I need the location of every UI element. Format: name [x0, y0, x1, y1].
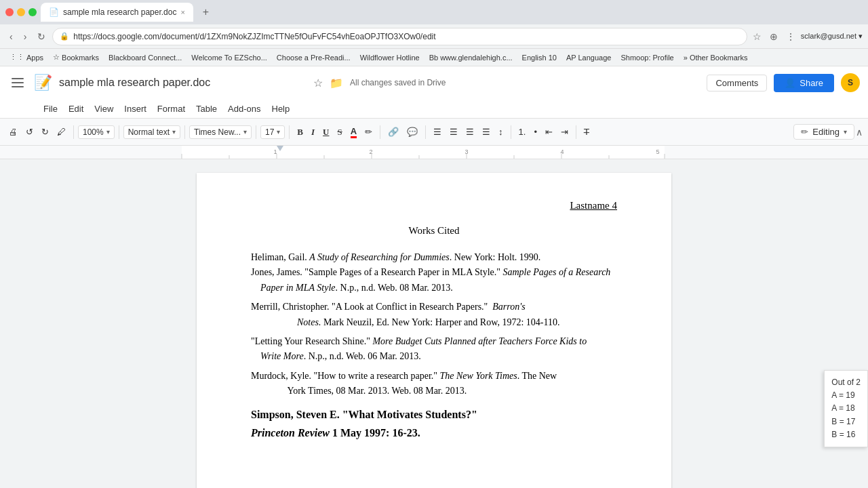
apps-icon: ⋮⋮: [9, 53, 24, 62]
style-dropdown[interactable]: Normal text ▾: [123, 125, 180, 139]
bookmark-bookmarks[interactable]: ☆ Bookmarks: [49, 52, 103, 63]
menu-table[interactable]: Table: [191, 101, 222, 117]
paint-format-button[interactable]: 🖊: [54, 125, 69, 139]
redo-button[interactable]: ↻: [38, 125, 52, 139]
increase-indent-button[interactable]: ⇥: [557, 125, 572, 139]
bookmark-blackboard[interactable]: Blackboard Connect...: [104, 52, 186, 63]
toolbar-separator: [256, 125, 256, 139]
link-button[interactable]: 🔗: [384, 125, 402, 139]
menu-edit[interactable]: Edit: [63, 101, 89, 117]
url-text: https://docs.google.com/document/d/1ZXm9…: [73, 32, 435, 41]
numbered-list-button[interactable]: 1.: [515, 125, 530, 139]
doc-title[interactable]: sample mla research paper.doc: [59, 77, 307, 89]
justify-button[interactable]: ☰: [479, 125, 494, 139]
bookmark-glendale[interactable]: Bb www.glendalehigh.c...: [425, 52, 517, 63]
align-left-button[interactable]: ☰: [430, 125, 445, 139]
toolbar-collapse-button[interactable]: ∧: [856, 127, 863, 138]
chevron-down-icon: ▾: [172, 128, 176, 136]
works-cited-title: Works Cited: [251, 225, 617, 237]
toolbar-separator: [184, 125, 185, 139]
underline-button[interactable]: U: [319, 125, 332, 140]
clear-format-icon: T̶: [584, 127, 589, 137]
undo-button[interactable]: ↺: [22, 125, 37, 139]
bookmark-wildflower[interactable]: Wildflower Hotline: [356, 52, 424, 63]
svg-text:3: 3: [465, 148, 468, 155]
menu-help[interactable]: Help: [267, 101, 296, 117]
score-b17: B = 17: [831, 415, 861, 428]
toolbar-separator: [511, 125, 511, 139]
account-label[interactable]: sclark@gusd.net ▾: [801, 32, 863, 41]
decrease-indent-icon: ⇤: [545, 127, 553, 137]
page-header: Lastname 4: [251, 200, 617, 211]
fontsize-dropdown[interactable]: 17 ▾: [260, 125, 285, 139]
bookmark-apps[interactable]: ⋮⋮ Apps: [5, 52, 47, 63]
tab-close-button[interactable]: ×: [180, 8, 184, 16]
menu-format[interactable]: Format: [152, 101, 191, 117]
bold-icon: B: [297, 127, 303, 138]
chevron-down-icon: ▾: [243, 128, 247, 136]
share-person-icon: 👤: [785, 78, 795, 88]
citations-container: Heliman, Gail. A Study of Researching fo…: [251, 250, 617, 442]
doc-folder-icon[interactable]: 📁: [330, 77, 343, 89]
zoom-dropdown[interactable]: 100% ▾: [78, 125, 115, 139]
menu-bar: File Edit View Insert Format Table Add-o…: [0, 99, 868, 118]
browser-chrome: 📄 sample mla research paper.doc × + ‹ › …: [0, 0, 868, 66]
citation-heliman: Heliman, Gail. A Study of Researching fo…: [251, 250, 617, 265]
bookmark-english10[interactable]: English 10: [518, 52, 561, 63]
align-right-button[interactable]: ☰: [462, 125, 477, 139]
comments-button[interactable]: Comments: [707, 75, 767, 92]
bulleted-list-button[interactable]: •: [530, 125, 540, 139]
minimize-window-button[interactable]: [17, 8, 25, 16]
menu-insert[interactable]: Insert: [119, 101, 152, 117]
extension-button[interactable]: ⊕: [767, 28, 781, 45]
align-left-icon: ☰: [433, 127, 441, 137]
refresh-button[interactable]: ↻: [33, 28, 50, 45]
secure-icon: 🔒: [60, 32, 69, 41]
gdocs-top-bar: 📝 sample mla research paper.doc ☆ 📁 All …: [0, 66, 868, 99]
print-button[interactable]: 🖨: [5, 125, 21, 139]
bookmark-shmoop[interactable]: Shmoop: Profile: [616, 52, 677, 63]
line-spacing-button[interactable]: ↕: [495, 125, 507, 139]
menu-file[interactable]: File: [38, 101, 63, 117]
doc-area[interactable]: Lastname 4 Works Cited Heliman, Gail. A …: [0, 159, 868, 488]
bookmark-prereading[interactable]: Choose a Pre-Readi...: [273, 52, 355, 63]
editing-mode-button[interactable]: ✏ Editing ▾: [793, 124, 854, 140]
tab-label: sample mla research paper.doc: [63, 7, 176, 17]
comment-button[interactable]: 💬: [403, 125, 421, 139]
bookmark-ap-language[interactable]: AP Language: [562, 52, 615, 63]
italic-button[interactable]: I: [308, 125, 318, 140]
text-color-button[interactable]: A: [347, 124, 360, 140]
bookmark-other[interactable]: » Other Bookmarks: [679, 52, 752, 63]
account-avatar[interactable]: S: [841, 73, 860, 92]
menu-addons[interactable]: Add-ons: [222, 101, 266, 117]
new-tab-button[interactable]: +: [197, 3, 214, 21]
clear-format-button[interactable]: T̶: [580, 125, 593, 139]
align-center-button[interactable]: ☰: [446, 125, 461, 139]
share-button[interactable]: 👤 Share: [774, 74, 834, 92]
bold-button[interactable]: B: [294, 125, 307, 140]
bookmark-star-button[interactable]: ☆: [750, 28, 764, 45]
close-window-button[interactable]: [5, 8, 14, 16]
maximize-window-button[interactable]: [28, 8, 37, 16]
strikethrough-button[interactable]: S: [334, 125, 345, 140]
active-tab[interactable]: 📄 sample mla research paper.doc ×: [41, 3, 193, 22]
citation-jones: Jones, James. "Sample Pages of a Researc…: [251, 265, 617, 296]
numbered-list-icon: 1.: [519, 127, 526, 137]
zoom-value: 100%: [83, 127, 104, 137]
decrease-indent-button[interactable]: ⇤: [542, 125, 556, 139]
hamburger-menu-button[interactable]: [8, 73, 27, 92]
underline-icon: U: [323, 127, 329, 138]
url-box[interactable]: 🔒 https://docs.google.com/document/d/1ZX…: [52, 28, 747, 45]
font-dropdown[interactable]: Times New... ▾: [189, 125, 252, 139]
back-button[interactable]: ‹: [5, 28, 17, 45]
highlight-button[interactable]: ✏: [361, 125, 376, 139]
forward-button[interactable]: ›: [20, 28, 31, 45]
score-a18: A = 18: [831, 402, 861, 415]
bookmark-ezschool[interactable]: Welcome To EZScho...: [187, 52, 271, 63]
chevron-down-icon: ▾: [277, 128, 280, 136]
chrome-menu-button[interactable]: ⋮: [783, 28, 798, 45]
menu-view[interactable]: View: [89, 101, 119, 117]
doc-star-icon[interactable]: ☆: [313, 77, 323, 89]
redo-icon: ↻: [41, 127, 49, 137]
citation-murdock: Murdock, Kyle. "How to write a research …: [251, 369, 617, 399]
